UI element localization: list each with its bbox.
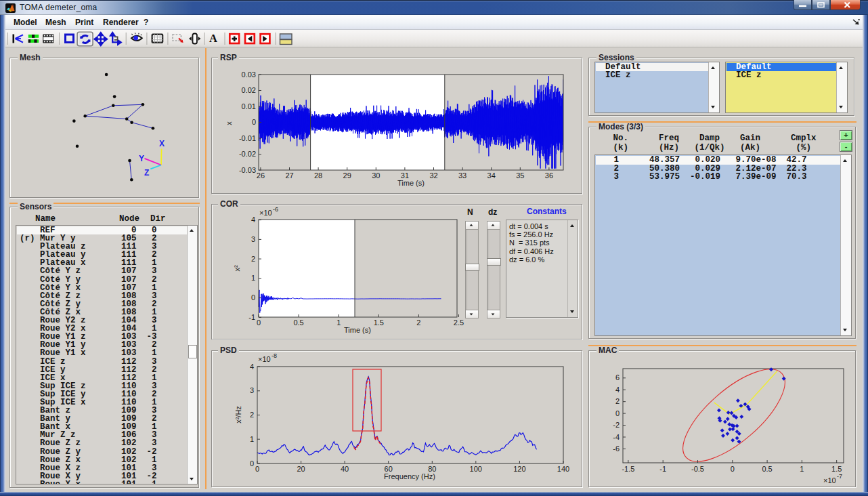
svg-text:1: 1: [800, 465, 804, 473]
svg-text:-1.5: -1.5: [622, 465, 634, 473]
svg-text:2: 2: [615, 397, 620, 405]
svg-text:0: 0: [615, 409, 620, 417]
svg-text:-2: -2: [613, 421, 620, 429]
svg-text:-4: -4: [613, 433, 620, 441]
svg-text:0.5: 0.5: [762, 465, 772, 473]
svg-text:-1: -1: [659, 465, 666, 473]
svg-text:0: 0: [731, 465, 735, 473]
svg-text:-6: -6: [613, 445, 620, 453]
svg-text:4: 4: [615, 386, 620, 394]
svg-text:6: 6: [615, 373, 620, 381]
svg-text:×10: ×10: [823, 476, 836, 484]
svg-text:1.5: 1.5: [831, 465, 842, 473]
svg-text:-0.5: -0.5: [691, 465, 704, 473]
svg-text:-7: -7: [837, 473, 842, 480]
